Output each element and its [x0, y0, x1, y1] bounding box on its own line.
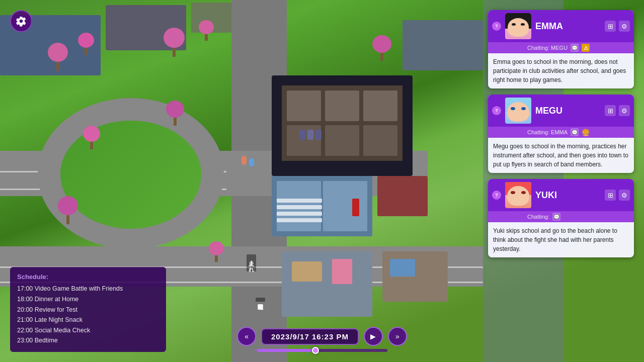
- tree-3: [166, 101, 184, 126]
- char-settings-icon-emma[interactable]: ⚙: [619, 21, 630, 32]
- time-slider-fill: [257, 349, 315, 352]
- char-name-megu: MEGU: [535, 106, 601, 116]
- char-chatting-yuki: Chatting:: [527, 214, 549, 220]
- char-share-icon-megu[interactable]: ⊞: [605, 105, 616, 116]
- char-desc-yuki: Yuki skips school and go to the beach al…: [488, 222, 634, 257]
- chat-icon-yuki: 💬: [552, 213, 560, 221]
- pedestrian-2: [249, 158, 254, 166]
- char-card-emma: ? EMMA ⊞ ⚙ Chatting: MEGU 💬 ⚠ Emma goes: [488, 10, 634, 88]
- char-header-megu: ? MEGU ⊞ ⚙: [488, 95, 634, 127]
- char-pin-emma: ?: [492, 22, 501, 31]
- settings-button[interactable]: [10, 10, 32, 32]
- jp-sign-1: 止まれ: [247, 254, 256, 272]
- char-desc-emma: Emma goes to school in the morning, does…: [488, 53, 634, 88]
- time-slider-row[interactable]: [257, 349, 387, 352]
- building-9: [403, 20, 483, 70]
- char-header-icons-yuki[interactable]: ⊞ ⚙: [605, 190, 630, 201]
- time-slider-thumb[interactable]: [312, 347, 319, 354]
- schedule-item-2: 20:00 Review for Test: [17, 305, 159, 315]
- char-avatar-yuki: [505, 182, 531, 208]
- schedule-item-0: 17:00 Video Game Battle with Friends: [17, 284, 159, 294]
- char-pin-megu: ?: [492, 106, 501, 115]
- char-header-emma: ? EMMA ⊞ ⚙: [488, 10, 634, 42]
- char-card-yuki: ? YUKI ⊞ ⚙ Chatting: 💬 Yuki skips school…: [488, 179, 634, 257]
- char-settings-icon-yuki[interactable]: ⚙: [619, 190, 630, 201]
- tree-2: [78, 33, 94, 55]
- tree-4: [83, 126, 100, 149]
- char-sub-emma: Chatting: MEGU 💬 ⚠: [488, 42, 634, 53]
- tree-9: [209, 241, 224, 262]
- food-icon-megu: 🍔: [582, 129, 590, 136]
- fast-forward-button[interactable]: »: [388, 327, 407, 346]
- char-card-megu: ? MEGU ⊞ ⚙ Chatting: EMMA 💬 🍔 Megu goes …: [488, 95, 634, 173]
- tree-7: [199, 20, 214, 41]
- character-panels: ? EMMA ⊞ ⚙ Chatting: MEGU 💬 ⚠ Emma goes: [488, 10, 634, 257]
- gear-icon: [16, 16, 27, 27]
- time-bar: « 2023/9/17 16:23 PM ▶ »: [237, 327, 407, 346]
- char-avatar-emma: [505, 13, 531, 39]
- tree-5: [58, 196, 78, 224]
- schedule-item-1: 18:00 Dinner at Home: [17, 294, 159, 305]
- char-sub-yuki: Chatting: 💬: [488, 211, 634, 222]
- mailbox: [352, 199, 359, 216]
- chat-icon-megu: 💬: [571, 128, 579, 136]
- char-header-icons-megu[interactable]: ⊞ ⚙: [605, 105, 630, 116]
- building-red: [377, 176, 428, 216]
- char-name-emma: EMMA: [535, 21, 601, 32]
- chat-icon-emma: 💬: [571, 44, 579, 52]
- play-button[interactable]: ▶: [364, 327, 383, 346]
- time-controls: « 2023/9/17 16:23 PM ▶ »: [237, 327, 407, 352]
- schedule-items: 17:00 Video Game Battle with Friends 18:…: [17, 284, 159, 346]
- char-chatting-megu: Chatting: EMMA: [527, 129, 568, 135]
- building-7: [282, 251, 372, 317]
- char-name-yuki: YUKI: [535, 190, 601, 201]
- tree-8: [372, 35, 391, 61]
- schedule-item-5: 23:00 Bedtime: [17, 335, 159, 346]
- building-dark: [272, 75, 413, 176]
- char-header-yuki: ? YUKI ⊞ ⚙: [488, 179, 634, 211]
- char-share-icon-emma[interactable]: ⊞: [605, 21, 616, 32]
- char-avatar-megu: [505, 98, 531, 124]
- schedule-item-4: 22:00 Social Media Check: [17, 325, 159, 336]
- rewind-button[interactable]: «: [237, 327, 256, 346]
- warn-icon-emma: ⚠: [582, 44, 590, 52]
- char-chatting-emma: Chatting: MEGU: [527, 45, 568, 51]
- char-header-icons-emma[interactable]: ⊞ ⚙: [605, 21, 630, 32]
- tree-1: [48, 43, 68, 71]
- bikes-area: [299, 130, 321, 140]
- char-sub-megu: Chatting: EMMA 💬 🍔: [488, 127, 634, 138]
- crosswalk: [277, 199, 322, 229]
- char-desc-megu: Megu goes to school in the morning, prac…: [488, 138, 634, 173]
- schedule-title: Schedule:: [17, 273, 159, 281]
- time-slider-track[interactable]: [257, 349, 387, 352]
- char-share-icon-yuki[interactable]: ⊞: [605, 190, 616, 201]
- building-8: [382, 251, 448, 302]
- char-settings-icon-megu[interactable]: ⚙: [619, 105, 630, 116]
- time-display: 2023/9/17 16:23 PM: [261, 328, 359, 345]
- schedule-item-3: 21:00 Late Night Snack: [17, 315, 159, 325]
- pedestrian-1: [242, 156, 247, 165]
- tree-6: [164, 28, 185, 57]
- schedule-panel: Schedule: 17:00 Video Game Battle with F…: [10, 267, 166, 352]
- jp-sign-2: 制限区域: [256, 298, 265, 302]
- char-pin-yuki: ?: [492, 191, 501, 200]
